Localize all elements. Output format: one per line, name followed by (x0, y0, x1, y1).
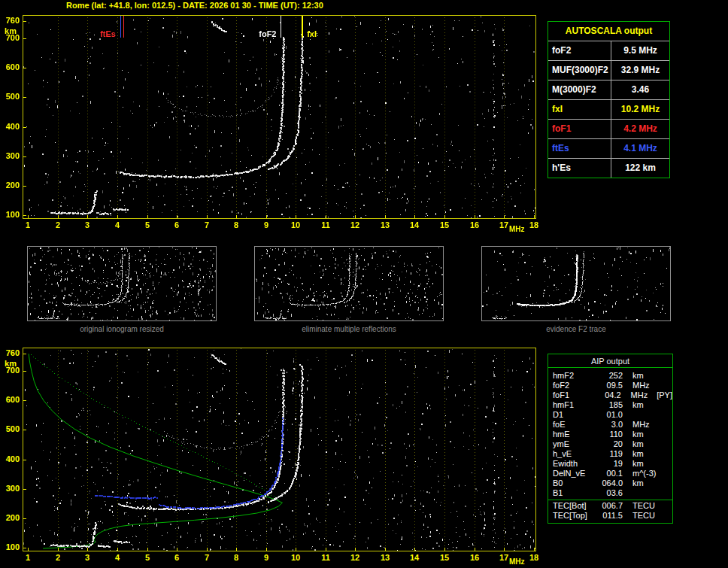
aip-row-Ewidth: Ewidth19km (553, 459, 672, 469)
autoscala-param-value: 32.9 MHz (611, 61, 669, 80)
x-tick-label: 16 (466, 220, 484, 229)
x-tick-label: 13 (376, 553, 394, 562)
autoscala-row-fxI: fxI10.2 MHz (548, 100, 669, 120)
x-tick-label: 8 (227, 553, 245, 562)
x-tick-label: 14 (405, 553, 423, 562)
aip-row-hmF2: hmF2252km (553, 371, 672, 381)
autoscala-table-rows: foF29.5 MHzMUF(3000)F232.9 MHzM(3000)F23… (548, 41, 669, 178)
thumbnail-canvas-original (28, 247, 216, 320)
aip-param-value: 064.0 (596, 478, 623, 488)
x-axis-unit: MHz (509, 225, 525, 233)
aip-param-name: D1 (553, 410, 596, 420)
y-tick-label: 400 (1, 123, 20, 131)
top-plot-y-axis: 760700600500400300200100km (0, 15, 21, 221)
aip-param-note: [PY] (648, 390, 672, 400)
x-tick-label: 15 (435, 220, 453, 229)
x-tick-label: 11 (317, 553, 335, 562)
aip-param-name: hmE (553, 430, 596, 439)
aip-param-name: hmF2 (553, 371, 596, 381)
thumbnail-multiple-reflections (254, 246, 444, 321)
x-tick-label: 10 (287, 220, 305, 229)
aip-param-unit: m^(-3) (623, 469, 656, 478)
aip-row-foE: foE3.0MHz (553, 420, 672, 430)
autoscala-param-label: foF1 (548, 120, 611, 138)
aip-param-unit: km (623, 400, 644, 410)
bottom-plot-y-axis: 760700600500400300200100km (0, 348, 21, 554)
autoscala-param-label: ftEs (548, 139, 611, 158)
aip-param-unit: km (623, 478, 644, 488)
aip-box-title: AIP output (548, 354, 672, 368)
x-tick-label: 18 (525, 553, 543, 562)
y-tick-label: 500 (1, 425, 20, 433)
aip-param-value: 04.2 (595, 390, 621, 400)
aip-param-value: 19 (596, 459, 623, 469)
autoscala-param-label: h'Es (548, 159, 611, 178)
top-plot-x-axis: 123456789101112131415161718MHz (23, 220, 545, 232)
aip-row-B1: B103.6 (553, 488, 672, 498)
x-tick-label: 12 (346, 553, 364, 562)
x-tick-label: 7 (198, 553, 216, 562)
autoscala-row-h'Es: h'Es122 km (548, 159, 669, 178)
aip-param-value: 3.0 (596, 420, 623, 430)
y-axis-unit: km (0, 27, 17, 35)
autoscala-table-title: AUTOSCALA output (548, 22, 669, 41)
aip-row-hmF1: hmF1185km (553, 400, 672, 410)
aip-row-h_vE: h_vE119km (553, 449, 672, 459)
x-tick-label: 6 (168, 553, 186, 562)
autoscala-row-MUF(3000)F2: MUF(3000)F232.9 MHz (548, 61, 669, 80)
x-tick-label: 7 (198, 220, 216, 229)
aip-param-name: TEC[Bot] (553, 501, 596, 511)
aip-param-unit: km (623, 430, 644, 439)
autoscala-param-value: 122 km (611, 159, 669, 178)
aip-row-TEC[Top]: TEC[Top]011.5TECU (553, 511, 672, 521)
y-tick-label: 400 (1, 455, 20, 463)
x-tick-label: 2 (49, 220, 67, 229)
ionogram-plot-bottom (23, 348, 536, 551)
y-tick-label: 600 (1, 63, 20, 71)
x-tick-label: 1 (19, 220, 37, 229)
thumbnail-canvas-f2 (482, 247, 670, 320)
autoscala-row-M(3000)F2: M(3000)F23.46 (548, 80, 669, 100)
x-tick-label: 6 (168, 220, 186, 229)
aip-row-foF1: foF104.2MHz[PY] (553, 390, 672, 400)
aip-param-value: 252 (596, 371, 623, 381)
aip-param-value: 09.5 (596, 381, 623, 390)
y-axis-unit: km (0, 360, 17, 368)
x-tick-label: 18 (525, 220, 543, 229)
bottom-plot-x-axis: 123456789101112131415161718MHz (23, 553, 545, 565)
aip-param-name: DelN_vE (553, 469, 596, 478)
autoscala-window: Rome (lat: +41.8, lon: 012.5) - DATE: 20… (0, 0, 728, 568)
autoscala-param-label: M(3000)F2 (548, 80, 611, 99)
x-tick-label: 1 (19, 553, 37, 562)
autoscala-param-value: 4.2 MHz (611, 120, 669, 138)
y-tick-label: 760 (1, 349, 20, 357)
aip-row-DelN_vE: DelN_vE00.1m^(-3) (553, 469, 672, 478)
x-tick-label: 4 (108, 220, 126, 229)
aip-param-name: Ewidth (553, 459, 596, 469)
aip-param-unit: km (623, 449, 644, 459)
y-tick-label: 300 (1, 152, 20, 160)
top-ionogram-canvas (23, 16, 535, 218)
aip-param-name: foF2 (553, 381, 596, 390)
y-tick-label: 100 (1, 211, 20, 219)
autoscala-row-foF2: foF29.5 MHz (548, 41, 669, 61)
aip-param-name: B1 (553, 488, 596, 498)
x-axis-unit: MHz (509, 557, 525, 566)
aip-output-box: AIP output hmF2252kmfoF209.5MHzfoF104.2M… (548, 354, 673, 524)
thumbnail-caption: original ionogram resized (27, 325, 217, 333)
x-tick-label: 4 (108, 553, 126, 562)
x-tick-label: 2 (49, 553, 67, 562)
autoscala-output-table: AUTOSCALA output foF29.5 MHzMUF(3000)F23… (548, 21, 670, 178)
aip-param-unit: km (623, 371, 644, 381)
thumbnail-canvas-reflections (255, 247, 443, 320)
x-tick-label: 13 (376, 220, 394, 229)
aip-param-unit: MHz (623, 420, 650, 430)
y-tick-label: 100 (1, 543, 20, 551)
y-tick-label: 200 (1, 181, 20, 190)
y-tick-label: 200 (1, 514, 20, 522)
aip-param-unit: TECU (623, 501, 655, 511)
aip-row-TEC[Bot]: TEC[Bot]006.7TECU (553, 501, 672, 511)
aip-param-name: foF1 (553, 390, 595, 400)
x-tick-label: 16 (466, 553, 484, 562)
thumbnail-caption: eliminate multiple reflections (254, 325, 444, 333)
